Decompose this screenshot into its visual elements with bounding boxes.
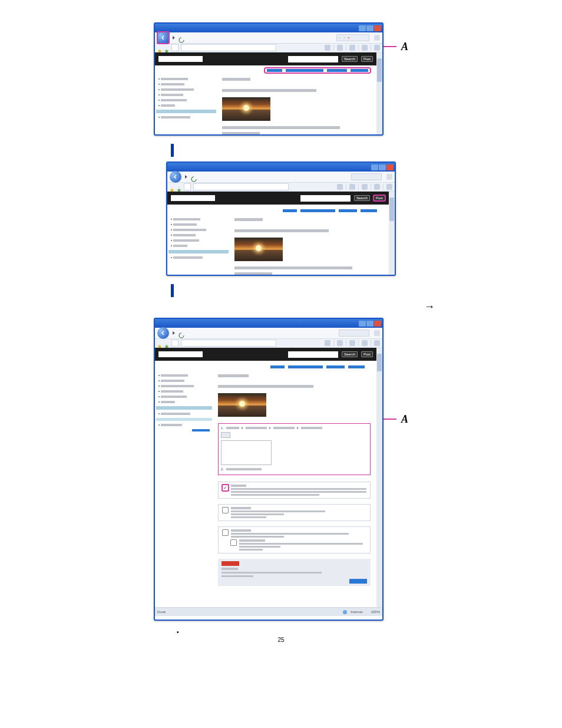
add-favorite-icon [164, 45, 169, 50]
status-zoom: 100% [371, 610, 380, 614]
favorites-icon [157, 45, 162, 50]
window-titlebar [155, 24, 382, 32]
section-marker [171, 144, 562, 157]
close-icon [374, 321, 381, 327]
submenu-row[interactable] [265, 68, 371, 73]
tools-icon [374, 45, 380, 51]
site-logo [158, 351, 203, 357]
option-checkbox[interactable] [222, 507, 229, 513]
site-logo [171, 195, 215, 201]
search-button[interactable]: Search [342, 351, 358, 357]
search-input[interactable] [288, 56, 338, 62]
back-button[interactable] [170, 171, 181, 183]
maximize-icon [366, 25, 373, 31]
content-image [222, 97, 270, 121]
maximize-icon [379, 164, 386, 170]
option-checkbox[interactable] [230, 539, 237, 546]
zone-icon [343, 610, 347, 614]
tab-icon [171, 44, 178, 51]
post-form: 1. [218, 423, 371, 475]
submit-button[interactable] [349, 579, 367, 584]
refresh-icon [191, 174, 197, 180]
status-zone: Internet [351, 610, 362, 614]
minimize-icon [359, 25, 366, 31]
format-button[interactable] [221, 432, 230, 438]
home-icon [325, 45, 330, 51]
arrow-right: → [424, 301, 562, 313]
screenshot-2: Search Post [166, 162, 396, 276]
callout-A-label: A [401, 413, 408, 426]
option-checkbox[interactable] [222, 529, 229, 536]
breadcrumb: 1. [221, 426, 368, 430]
status-bar: Done Internet 100% [155, 607, 382, 616]
post-button[interactable]: Post [361, 56, 373, 62]
screenshot-3: Search Post [154, 318, 384, 621]
search-go-icon [386, 174, 392, 180]
browser-tab-bar [155, 44, 382, 52]
page-icon [362, 45, 368, 51]
section-marker [171, 284, 562, 297]
minimize-icon [371, 164, 378, 170]
page-content: Search Post [155, 52, 382, 136]
search-go-icon [374, 35, 380, 41]
post-button[interactable]: Post [373, 195, 385, 201]
sidebar [155, 75, 217, 136]
search-button[interactable]: Search [354, 195, 370, 201]
status-done: Done [157, 610, 166, 614]
cancel-button[interactable] [222, 561, 239, 566]
content-image [218, 393, 266, 417]
close-icon [386, 164, 394, 170]
post-textarea[interactable] [221, 440, 272, 465]
minimize-icon [359, 321, 366, 327]
option-checkbox[interactable] [222, 485, 229, 491]
screenshot-1: ← → × [154, 22, 384, 136]
post-button[interactable]: Post [361, 351, 373, 357]
feeds-icon [337, 45, 343, 51]
content-image [234, 238, 283, 261]
browser-nav-bar: ← → × [155, 32, 382, 44]
callout-A-label: A [401, 41, 408, 53]
back-button[interactable] [157, 327, 169, 339]
site-logo [158, 56, 203, 62]
add-favorite-icon [177, 185, 181, 189]
close-icon [374, 25, 381, 31]
search-input[interactable] [288, 351, 338, 358]
search-input[interactable] [300, 195, 351, 202]
maximize-icon [366, 321, 373, 327]
favorites-icon [170, 185, 174, 189]
dropdown-icon [185, 175, 187, 179]
options-section [218, 482, 371, 499]
browser-tab[interactable] [181, 44, 276, 51]
refresh-icon [178, 35, 184, 41]
back-button[interactable] [157, 32, 169, 44]
bullet-point: • [177, 629, 562, 635]
page-number: 25 [0, 637, 562, 643]
print-icon [349, 45, 355, 51]
dropdown-icon [173, 36, 175, 39]
search-button[interactable]: Search [342, 56, 358, 62]
